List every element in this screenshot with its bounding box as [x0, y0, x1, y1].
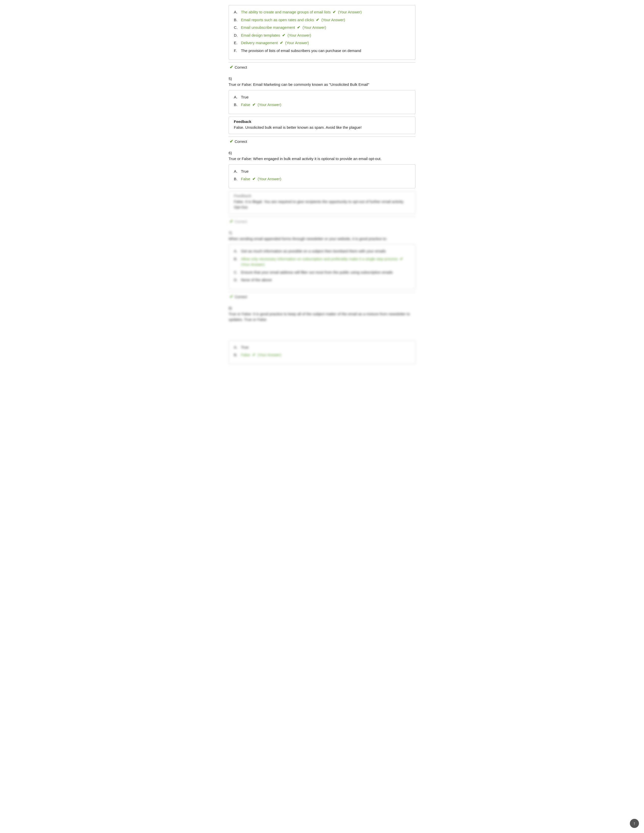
question-number-7: 7) [229, 231, 415, 235]
answer-list-5: A. True B. False ✔ (Your Answer) [234, 95, 410, 108]
checkmark-4e: ✔ [280, 41, 283, 45]
answer-item-7a: A. Get as much information as possible o… [234, 248, 410, 254]
question-text-6: True or False: When engaged in bulk emai… [229, 156, 415, 162]
answer-letter-7a: A. [234, 248, 241, 254]
correct-status-6: ✔ Correct [229, 217, 415, 226]
checkmark-4a: ✔ [333, 10, 336, 14]
answer-list-8: A. True B. False ✔ (Your Answer) [234, 344, 410, 358]
checkmark-6b: ✔ [252, 177, 256, 181]
answer-box-4: A. The ability to create and manage grou… [229, 5, 415, 60]
answer-letter-8b: B. [234, 352, 241, 358]
answer-text-4c: Email unsubscribe management ✔ (Your Ans… [241, 25, 326, 31]
page-container: A. The ability to create and manage grou… [224, 5, 420, 364]
answer-text-8a: True [241, 344, 248, 351]
feedback-text-5: False. Unsolicited bulk email is better … [234, 125, 410, 130]
answer-box-6: A. True B. False ✔ (Your Answer) [229, 164, 415, 188]
correct-label-7: Correct [235, 294, 247, 299]
correct-label-4: Correct [235, 65, 247, 69]
answer-text-4e: Delivery management ✔ (Your Answer) [241, 40, 309, 46]
question-block-4: A. The ability to create and manage grou… [229, 5, 415, 72]
answer-item-5a: A. True [234, 95, 410, 100]
checkmark-4d: ✔ [282, 33, 285, 37]
answer-text-5a: True [241, 95, 248, 100]
your-answer-4c: (Your Answer) [303, 25, 326, 29]
correct-check-icon-7: ✔ [230, 294, 233, 299]
answer-list-4: A. The ability to create and manage grou… [234, 9, 410, 53]
answer-list-6: A. True B. False ✔ (Your Answer) [234, 169, 410, 182]
answer-box-8: A. True B. False ✔ (Your Answer) [229, 340, 415, 364]
answer-text-6b: False ✔ (Your Answer) [241, 176, 281, 182]
answer-text-4d: Email design templates ✔ (Your Answer) [241, 32, 311, 39]
answer-box-5: A. True B. False ✔ (Your Answer) [229, 90, 415, 114]
answer-text-7a: Get as much information as possible on a… [241, 248, 386, 254]
correct-label-6: Correct [235, 219, 247, 224]
question-number-6: 6) [229, 151, 415, 155]
correct-check-icon-5: ✔ [230, 139, 233, 144]
answer-item-6a: A. True [234, 169, 410, 174]
question-text-5: True or False: Email Marketing can be co… [229, 82, 415, 88]
answer-item-5b: B. False ✔ (Your Answer) [234, 102, 410, 108]
question-block-5: 5) True or False: Email Marketing can be… [229, 77, 415, 146]
question-number-5: 5) [229, 77, 415, 81]
question-number-8: 8) [229, 306, 415, 310]
correct-status-7: ✔ Correct [229, 292, 415, 301]
answer-letter-5a: A. [234, 95, 241, 100]
answer-item-4a: A. The ability to create and manage grou… [234, 9, 410, 15]
answer-letter-6a: A. [234, 169, 241, 174]
answer-letter-4b: B. [234, 17, 241, 23]
answer-item-7c: C. Ensure that your email address will f… [234, 270, 410, 275]
checkmark-4c: ✔ [297, 25, 300, 29]
question-block-6: 6) True or False: When engaged in bulk e… [229, 151, 415, 226]
answer-item-8a: A. True [234, 344, 410, 351]
spacer-8 [229, 325, 415, 340]
answer-text-7c: Ensure that your email address will filt… [241, 270, 393, 275]
answer-text-4f: The provision of lists of email subscrib… [241, 48, 361, 54]
question-block-7: 7) When sending email appended forms thr… [229, 231, 415, 301]
answer-text-7d: None of the above [241, 277, 272, 283]
checkmark-4b: ✔ [316, 18, 319, 22]
feedback-box-6: Feedback False. It is illegal. You are r… [229, 191, 415, 214]
correct-check-icon-4: ✔ [230, 64, 233, 70]
answer-item-4f: F. The provision of lists of email subsc… [234, 48, 410, 54]
answer-text-4a: The ability to create and manage groups … [241, 9, 362, 15]
question-block-8: 8) True or False: It is good practice to… [229, 306, 415, 364]
answer-item-7b: B. Allow only necessary information on s… [234, 256, 410, 268]
answer-letter-4e: E. [234, 40, 241, 46]
feedback-text-6: False. It is illegal. You are required t… [234, 199, 410, 210]
answer-letter-7b: B. [234, 256, 241, 262]
feedback-title-6: Feedback [234, 194, 410, 198]
answer-item-6b: B. False ✔ (Your Answer) [234, 176, 410, 182]
correct-status-5: ✔ Correct [229, 137, 415, 146]
answer-letter-4c: C. [234, 25, 241, 31]
feedback-title-5: Feedback [234, 119, 410, 124]
answer-text-4b: Email reports such as open rates and cli… [241, 17, 345, 23]
your-answer-4a: (Your Answer) [338, 10, 362, 14]
your-answer-4b: (Your Answer) [322, 18, 345, 22]
answer-text-6a: True [241, 169, 248, 174]
your-answer-5b: (Your Answer) [258, 103, 281, 107]
answer-item-7d: D. None of the above [234, 277, 410, 283]
answer-list-7: A. Get as much information as possible o… [234, 248, 410, 283]
answer-letter-4f: F. [234, 48, 241, 54]
answer-letter-5b: B. [234, 102, 241, 108]
correct-label-5: Correct [235, 139, 247, 144]
answer-item-4e: E. Delivery management ✔ (Your Answer) [234, 40, 410, 46]
question-text-7: When sending email appended forms throug… [229, 236, 415, 242]
answer-text-7b: Allow only necessary information on subs… [241, 256, 410, 268]
answer-item-4d: D. Email design templates ✔ (Your Answer… [234, 32, 410, 39]
answer-text-5b: False ✔ (Your Answer) [241, 102, 281, 108]
answer-letter-7d: D. [234, 277, 241, 283]
answer-item-4c: C. Email unsubscribe management ✔ (Your … [234, 25, 410, 31]
feedback-box-5: Feedback False. Unsolicited bulk email i… [229, 117, 415, 134]
your-answer-6b: (Your Answer) [258, 177, 281, 181]
answer-item-4b: B. Email reports such as open rates and … [234, 17, 410, 23]
correct-check-icon-6: ✔ [230, 219, 233, 224]
checkmark-5b: ✔ [252, 103, 256, 107]
answer-letter-8a: A. [234, 344, 241, 351]
question-text-8: True or False: It is good practice to ke… [229, 311, 415, 323]
answer-letter-4d: D. [234, 32, 241, 39]
answer-box-7: A. Get as much information as possible o… [229, 244, 415, 289]
answer-item-8b: B. False ✔ (Your Answer) [234, 352, 410, 358]
your-answer-4e: (Your Answer) [285, 41, 309, 45]
answer-text-8b: False ✔ (Your Answer) [241, 352, 281, 358]
